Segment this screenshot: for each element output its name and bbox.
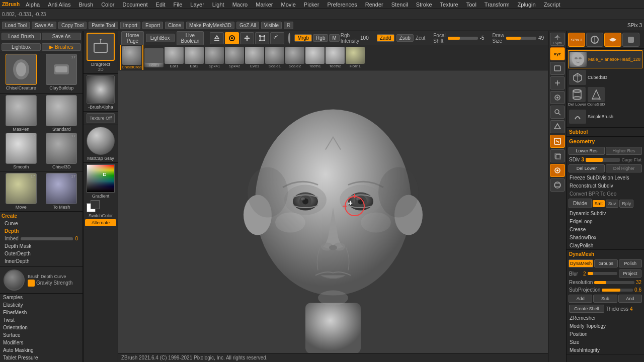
menu-zplugin[interactable]: Zplugin — [516, 2, 538, 8]
spk41-brush[interactable]: Spk41 — [205, 47, 224, 68]
elasticity-item[interactable]: Elasticity — [0, 301, 83, 309]
position-item[interactable]: Position — [567, 330, 644, 338]
poly-btn[interactable] — [550, 120, 565, 133]
zsub-btn[interactable]: Zsub — [396, 34, 414, 42]
texture-off-btn[interactable]: Texture Off — [87, 113, 115, 123]
load-tool-btn[interactable]: Load Tool — [2, 22, 30, 29]
solo2-btn[interactable] — [550, 164, 565, 177]
tablet-pressure-item[interactable]: Tablet Pressure — [0, 354, 83, 361]
transp-btn[interactable] — [550, 149, 565, 162]
home-page-btn[interactable]: Home Page — [121, 31, 144, 45]
brush-alpha-thumb[interactable] — [87, 75, 115, 104]
sub-btn2[interactable]: Sub — [593, 295, 617, 303]
add-btn[interactable]: Add — [569, 295, 592, 303]
save-as-btn[interactable]: Save As — [32, 22, 56, 29]
smooth-brush[interactable]: 17 Smooth — [2, 133, 41, 169]
cone3d-item[interactable]: ConeSSD — [587, 87, 605, 107]
hole1-brush[interactable]: Hole1 — [144, 48, 164, 67]
horn1-brush[interactable]: Horn1 — [346, 47, 365, 68]
menu-preferences[interactable]: Preferences — [325, 2, 359, 8]
subtool-male-planes[interactable]: Male_PlanesoFHead_128 — [568, 50, 642, 68]
spere-btn[interactable] — [550, 178, 565, 192]
scale-btn[interactable] — [255, 32, 269, 44]
smt-btn[interactable]: Smt — [593, 200, 605, 207]
live-boolean-btn[interactable]: Live Boolean — [177, 31, 204, 45]
crease-item[interactable]: Crease — [567, 225, 644, 233]
r-btn[interactable]: R — [284, 22, 293, 29]
canvas-viewport[interactable]: + — [118, 70, 548, 353]
menu-document[interactable]: Document — [120, 2, 149, 8]
menu-anti-alias[interactable]: Anti Alias — [46, 2, 72, 8]
subtool-cubed[interactable]: CubedSD — [568, 69, 642, 86]
size-item[interactable]: Size — [567, 338, 644, 346]
outer-depth-item[interactable]: OuterDepth — [2, 250, 81, 257]
create-shell-btn[interactable]: Create Shell — [569, 305, 604, 313]
visible-btn[interactable]: Visible — [261, 22, 282, 29]
menu-marker[interactable]: Marker — [254, 2, 275, 8]
edit-btn[interactable] — [210, 32, 224, 44]
fibermesh-item[interactable]: FiberMesh — [0, 309, 83, 316]
dynamic-subdiv-item[interactable]: Dynamic Subdiv — [567, 209, 644, 217]
spk42-brush[interactable]: Spk42 — [225, 47, 244, 68]
lsym-btn[interactable]: LSym — [550, 33, 565, 46]
rotate-btn[interactable] — [270, 32, 284, 44]
alternate-btn[interactable]: Alternate — [85, 219, 116, 226]
xyz-btn[interactable]: Xyz — [550, 47, 565, 60]
lightbox-btn2[interactable]: LightBox — [146, 34, 175, 42]
to-mesh-brush[interactable]: 17 To Mesh — [42, 173, 82, 210]
orientation-item[interactable]: Orientation — [0, 324, 83, 331]
modifiers-item[interactable]: Modifiers — [0, 339, 83, 346]
menu-layer[interactable]: Layer — [188, 2, 206, 8]
menu-zscript[interactable]: Zscript — [542, 2, 562, 8]
copy-tool-btn[interactable]: Copy Tool — [58, 22, 87, 29]
chisel-scroll-active[interactable]: 17 ChiselCreature — [120, 45, 143, 70]
sdiv-track[interactable] — [586, 158, 620, 162]
curve-item[interactable]: Curve — [2, 220, 81, 227]
matcap-thumb[interactable] — [87, 127, 115, 155]
menu-file[interactable]: File — [172, 2, 185, 8]
export-btn[interactable]: Export — [142, 22, 163, 29]
lightbox-btn[interactable]: Lightbox — [2, 43, 41, 51]
depth-item[interactable]: Depth — [2, 227, 81, 235]
tool3-btn[interactable] — [622, 33, 639, 47]
twist-item[interactable]: Twist — [0, 316, 83, 324]
load-brush-btn[interactable]: Load Brush — [2, 33, 41, 40]
shadow-box-item[interactable]: ShadowBox — [567, 233, 644, 241]
scale1-brush[interactable]: Scale1 — [265, 47, 284, 68]
menu-macro[interactable]: Macro — [230, 2, 250, 8]
scale2-brush[interactable]: Scale2 — [285, 47, 304, 68]
menu-brush[interactable]: Brush — [76, 2, 95, 8]
menu-transform[interactable]: Transform — [482, 2, 512, 8]
eve1-brush[interactable]: Eve1 — [245, 47, 264, 68]
reconstruct-item[interactable]: Reconstruct Subdiv — [567, 182, 644, 190]
depth-mask-item[interactable]: Depth Mask — [2, 242, 81, 250]
zadd-btn[interactable]: Zadd — [377, 34, 394, 42]
brushes-btn[interactable]: ▶ Brushes — [42, 43, 81, 51]
dynamesh-btn[interactable]: DynaMesh — [569, 259, 593, 267]
solo-btn[interactable] — [550, 91, 565, 104]
ear2-brush[interactable]: Ear2 — [185, 47, 204, 68]
tool2-btn[interactable] — [604, 33, 621, 47]
draw-size-slider[interactable] — [506, 37, 536, 40]
imbed-slider[interactable] — [21, 237, 73, 240]
teeth1-brush[interactable]: Teeth1 — [305, 47, 325, 68]
edge-loop-item[interactable]: EdgeLoop — [567, 217, 644, 225]
move-icon-btn[interactable] — [550, 76, 565, 89]
color-picker[interactable] — [87, 164, 115, 193]
polish-btn[interactable]: Polish — [619, 259, 642, 267]
focal-shift-slider[interactable] — [448, 37, 478, 40]
zoomd-btn[interactable] — [550, 106, 565, 119]
sub-proj-track[interactable] — [602, 289, 633, 292]
modify-topo-item[interactable]: Modify Topology — [567, 322, 644, 330]
surface-item[interactable]: Surface — [0, 331, 83, 339]
chisel3d-brush[interactable]: 17 Chisel3D — [42, 133, 82, 169]
standard-brush[interactable]: Standard — [42, 95, 82, 132]
clone-btn[interactable]: Clone — [165, 22, 184, 29]
groups-btn[interactable]: Groups — [594, 259, 617, 267]
del-higher-btn[interactable]: Del Higher — [606, 164, 642, 172]
menu-light[interactable]: Light — [210, 2, 226, 8]
menu-movie[interactable]: Movie — [279, 2, 297, 8]
ear1-brush[interactable]: Ear1 — [165, 47, 184, 68]
save-as-brush-btn[interactable]: Save As — [42, 33, 81, 40]
switch-color-area[interactable] — [87, 200, 115, 212]
